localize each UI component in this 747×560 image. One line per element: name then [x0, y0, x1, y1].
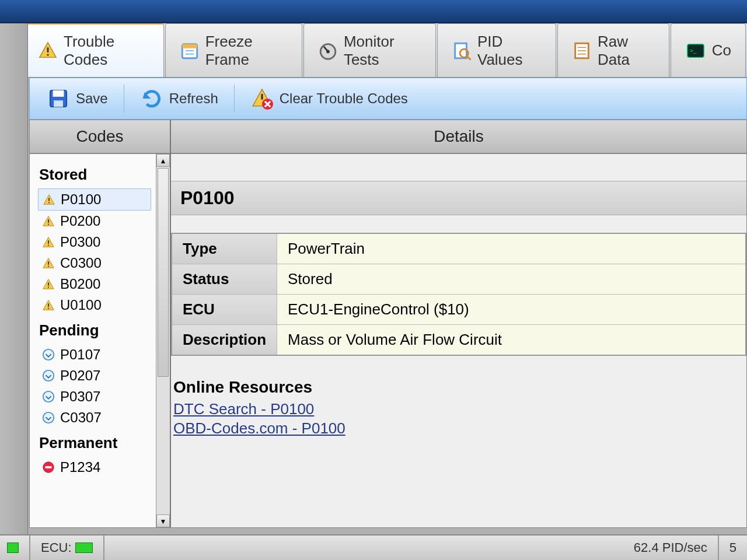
- link-obd-codes[interactable]: OBD-Codes.com - P0100: [173, 419, 744, 438]
- table-row: Type PowerTrain: [172, 233, 746, 264]
- save-button[interactable]: Save: [38, 82, 117, 116]
- left-gutter: d: [0, 23, 28, 534]
- toolbar: Save Refresh Clear Trouble Codes: [29, 78, 747, 120]
- tab-raw-data[interactable]: Raw Data: [557, 23, 669, 77]
- prohibited-icon: [41, 460, 55, 474]
- pending-icon: [41, 369, 55, 383]
- warning-triangle-icon: [41, 277, 55, 291]
- svg-point-34: [43, 349, 54, 360]
- status-connection-led: [0, 536, 30, 560]
- code-item-stored[interactable]: P0200: [38, 211, 151, 232]
- link-dtc-search[interactable]: DTC Search - P0100: [173, 400, 744, 418]
- code-item-stored[interactable]: P0100: [38, 188, 151, 211]
- led-icon: [7, 542, 19, 553]
- details-properties-table: Type PowerTrain Status Stored ECU ECU1-E…: [171, 233, 746, 356]
- svg-point-35: [43, 370, 54, 381]
- tab-trouble-codes[interactable]: Trouble Codes: [23, 23, 164, 77]
- tab-monitor-tests[interactable]: Monitor Tests: [303, 23, 436, 77]
- scroll-track[interactable]: [156, 167, 170, 514]
- tab-label: Raw Data: [598, 33, 655, 69]
- scroll-down-button[interactable]: ▼: [156, 514, 170, 527]
- svg-rect-23: [48, 202, 50, 204]
- svg-point-37: [43, 412, 54, 423]
- tab-label: Co: [712, 41, 731, 60]
- group-stored-label: Stored: [39, 166, 151, 184]
- prop-ecu-value: ECU1-EngineControl ($10): [277, 295, 746, 325]
- group-permanent-label: Permanent: [39, 434, 151, 452]
- code-label: B0200: [60, 276, 100, 292]
- code-label: C0300: [60, 255, 102, 271]
- code-title: P0100: [171, 181, 746, 215]
- svg-rect-0: [47, 47, 49, 52]
- prop-status-label: Status: [172, 264, 277, 295]
- tab-pid-values[interactable]: PID Values: [437, 23, 556, 77]
- code-label: P1234: [60, 459, 100, 475]
- warning-triangle-icon: [42, 192, 56, 206]
- svg-rect-39: [46, 466, 52, 468]
- code-item-permanent[interactable]: P1234: [38, 457, 151, 478]
- warning-triangle-icon: [41, 214, 55, 228]
- code-label: P0307: [60, 388, 100, 405]
- code-item-stored[interactable]: B0200: [38, 274, 151, 295]
- codes-panel-header: Codes: [30, 120, 170, 154]
- code-label: P0100: [61, 191, 101, 208]
- tab-label: Freeze Frame: [205, 33, 288, 69]
- code-item-pending[interactable]: P0207: [38, 365, 151, 386]
- status-ecu: ECU:: [30, 536, 104, 560]
- group-pending-label: Pending: [39, 321, 151, 340]
- tab-console[interactable]: >_ Co: [671, 23, 746, 77]
- svg-rect-27: [48, 245, 49, 246]
- svg-rect-22: [48, 198, 50, 201]
- warning-delete-icon: [250, 87, 274, 110]
- svg-rect-24: [48, 219, 49, 223]
- prop-type-label: Type: [172, 233, 277, 264]
- warning-triangle-icon: [41, 298, 55, 312]
- clear-trouble-codes-button[interactable]: Clear Trouble Codes: [242, 82, 417, 116]
- code-label: P0107: [60, 346, 100, 363]
- svg-rect-29: [48, 266, 49, 267]
- codes-list-container: Stored P0100P0200P0300C0300B0200U0100 Pe…: [30, 154, 170, 527]
- scroll-up-button[interactable]: ▲: [156, 154, 170, 167]
- code-label: P0300: [60, 234, 100, 250]
- svg-rect-25: [48, 224, 49, 225]
- save-icon: [47, 87, 70, 110]
- svg-rect-26: [48, 240, 49, 244]
- details-body: P0100 Type PowerTrain Status Stored ECU …: [171, 154, 746, 527]
- save-label: Save: [76, 90, 108, 107]
- status-pid-rate: 62.4 PID/sec: [623, 536, 719, 560]
- list-doc-icon: [572, 40, 592, 61]
- clear-label: Clear Trouble Codes: [280, 90, 408, 107]
- warning-triangle-icon: [38, 40, 58, 61]
- toolbar-separator: [234, 85, 235, 113]
- codes-scroll[interactable]: Stored P0100P0200P0300C0300B0200U0100 Pe…: [30, 154, 156, 527]
- tab-label: Trouble Codes: [64, 33, 149, 69]
- details-panel: Details P0100 Type PowerTrain Status Sto…: [171, 120, 746, 527]
- codes-scrollbar[interactable]: ▲ ▼: [156, 154, 170, 527]
- svg-rect-18: [53, 90, 64, 97]
- svg-rect-31: [48, 287, 49, 288]
- code-label: U0100: [60, 297, 102, 313]
- code-item-pending[interactable]: P0307: [38, 386, 151, 407]
- code-label: P0207: [60, 368, 100, 384]
- svg-rect-19: [54, 100, 63, 107]
- refresh-label: Refresh: [169, 90, 218, 107]
- code-item-pending[interactable]: P0107: [38, 344, 151, 365]
- warning-triangle-icon: [41, 235, 55, 249]
- svg-rect-28: [48, 261, 49, 265]
- code-item-stored[interactable]: C0300: [38, 253, 151, 274]
- refresh-button[interactable]: Refresh: [131, 82, 227, 116]
- code-item-stored[interactable]: P0300: [38, 232, 151, 253]
- svg-point-7: [326, 50, 330, 53]
- tab-freeze-frame[interactable]: Freeze Frame: [165, 23, 302, 77]
- scroll-thumb[interactable]: [158, 168, 169, 377]
- terminal-icon: >_: [685, 40, 706, 61]
- table-row: Status Stored: [172, 264, 746, 295]
- svg-line-10: [467, 56, 471, 60]
- pending-icon: [41, 348, 55, 362]
- code-item-stored[interactable]: U0100: [38, 295, 151, 316]
- gauge-icon: [318, 40, 338, 61]
- svg-rect-3: [182, 44, 197, 48]
- pending-icon: [41, 390, 55, 404]
- tab-label: Monitor Tests: [344, 33, 421, 69]
- code-item-pending[interactable]: C0307: [38, 407, 151, 428]
